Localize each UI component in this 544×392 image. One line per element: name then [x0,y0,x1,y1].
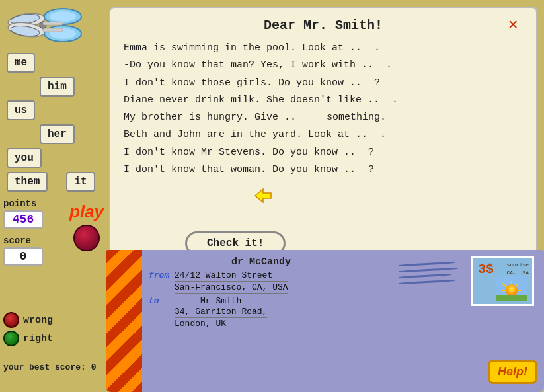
letter-line-5: My brother is hungry. Give .. something. [124,109,523,126]
postmark-line-2 [399,268,458,273]
right-label: right [23,333,53,344]
stamp-country: CA, USA [506,270,529,276]
letter-line-4: Diane never drink milk. She doesn't like… [124,92,523,109]
wrong-label: wrong [23,315,53,326]
points-area: points 456 score 0 [3,198,43,266]
play-button[interactable] [73,225,100,251]
best-score-value: 0 [91,362,97,372]
points-value: 456 [3,210,43,229]
svg-rect-20 [496,295,527,301]
from-address-1: 24/12 Walton Street [175,270,288,282]
letter-line-2: -Do you know that man? Yes, I work with … [124,57,523,74]
letter-line-6: Beth and John are in the yard. Look at .… [124,126,523,143]
postmark-line-1 [399,262,455,266]
letter-lines: Emma is swimming in the pool. Look at ..… [124,40,523,178]
letter-paper: ✕ Dear Mr. Smith! Emma is swimming in th… [109,7,537,258]
svg-rect-10 [43,28,63,32]
points-label: points [3,198,36,209]
letter-line-8: I don't know that woman. Do you know .. … [124,161,523,178]
play-area: play [69,202,104,251]
letter-line-1: Emma is swimming in the pool. Look at ..… [124,40,523,57]
scissors-icon [3,5,119,42]
indicators-panel: wrong right [3,312,53,349]
address-section: dr McCandy from 24/12 Walton Street San-… [149,256,373,329]
from-address-2: San-Francisco, CA, USA [175,282,288,294]
envelope-stripes [106,250,142,392]
to-name: Mr Smith [175,296,267,306]
letter-salutation: Dear Mr. Smith! [124,18,523,33]
envelope: dr McCandy from 24/12 Walton Street San-… [106,250,544,392]
word-button-you[interactable]: you [7,148,42,168]
recipient-name: dr McCandy [149,256,373,268]
to-address-1: 34, Garriton Road, [175,307,267,318]
to-address: Mr Smith 34, Garriton Road, London, UK [175,296,267,329]
envelope-body: dr McCandy from 24/12 Walton Street San-… [142,250,544,392]
svg-rect-9 [43,22,63,25]
postmark [399,263,458,283]
wrong-indicator: wrong [3,312,53,328]
svg-point-18 [506,284,518,296]
word-buttons-panel: me him us her you them it [7,53,95,192]
right-indicator: right [3,331,53,346]
play-label: play [69,202,104,222]
to-label: to [149,296,172,306]
help-button[interactable]: Help! [488,360,537,384]
close-button[interactable]: ✕ [508,17,527,36]
best-score-label: your best score: [3,362,86,372]
from-address: 24/12 Walton Street San-Francisco, CA, U… [175,270,288,294]
svg-point-6 [50,11,76,22]
to-address-2: London, UK [175,319,267,329]
word-button-them[interactable]: them [7,172,48,192]
to-section: to Mr Smith 34, Garriton Road, London, U… [149,296,373,329]
letter-line-3: I don't know those girls. Do you know ..… [124,75,523,92]
word-button-me[interactable]: me [7,53,35,73]
score-value: 0 [3,247,43,266]
stamp: 3$ sunrise CA, USA [471,256,534,306]
stamp-text: sunrise [506,262,529,268]
wrong-dot [3,312,19,328]
best-score: your best score: 0 [3,362,96,372]
word-button-us[interactable]: us [7,100,35,120]
right-dot [3,331,19,346]
score-label: score [3,235,31,246]
word-button-her[interactable]: her [40,124,75,144]
word-button-it[interactable]: it [66,172,95,192]
stamp-value: 3$ [478,262,494,277]
word-button-him[interactable]: him [40,77,75,97]
from-label: from [149,270,172,280]
from-section: from 24/12 Walton Street San-Francisco, … [149,270,373,294]
letter-line-7: I don't know Mr Stevens. Do you know .. … [124,144,523,161]
postmark-line-3 [399,274,451,278]
postmark-line-4 [399,280,455,284]
stamp-sun-icon [496,276,527,301]
